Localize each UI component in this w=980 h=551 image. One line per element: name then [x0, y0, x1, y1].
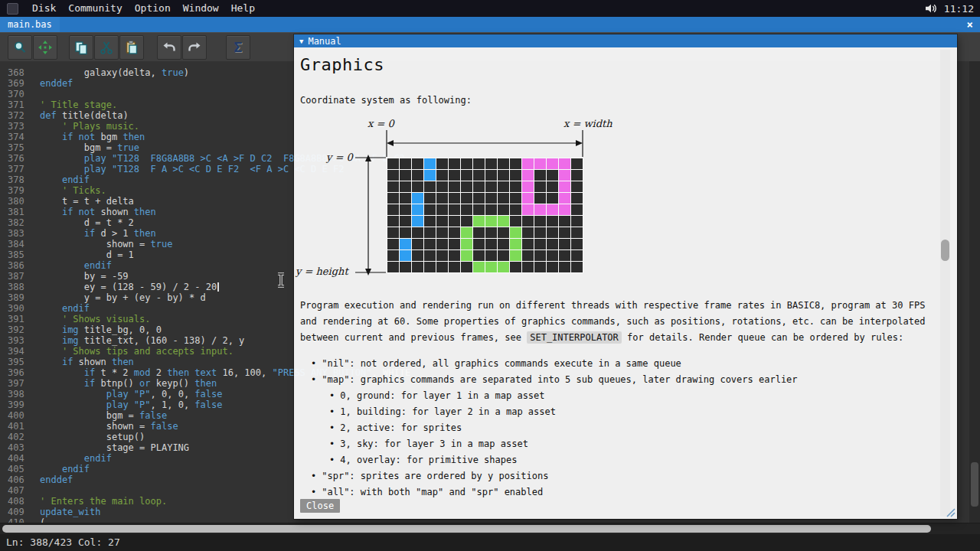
manual-intro: Coordinate system as following: [300, 95, 472, 106]
grid-cell [412, 193, 423, 204]
grid-cell [473, 250, 485, 261]
scissors-icon [99, 40, 114, 55]
grid-cell [547, 204, 558, 215]
grid-cell [571, 181, 583, 192]
grid-cell [473, 204, 485, 215]
vertical-scroll-thumb[interactable] [971, 462, 978, 507]
grid-cell [436, 262, 448, 272]
grid-cell [424, 262, 436, 272]
menu-item-help[interactable]: Help [225, 0, 261, 17]
grid-cell [510, 239, 521, 249]
grid-cell [534, 227, 546, 238]
grid-cell [400, 239, 411, 249]
menu-item-disk[interactable]: Disk [26, 0, 62, 17]
collapse-icon[interactable]: ▼ [299, 37, 303, 45]
grid-cell [534, 193, 546, 204]
horizontal-scroll-thumb[interactable] [2, 525, 931, 533]
toolbar-group-clipboard [69, 35, 145, 60]
line-number: 389 [0, 292, 28, 303]
manual-window: ▼ Manual Graphics Coordinate system as f… [294, 34, 957, 519]
grid-cell [424, 250, 436, 261]
grid-cell [571, 170, 583, 181]
undo-button[interactable] [157, 35, 181, 60]
paste-button[interactable] [119, 35, 144, 60]
grid-cell [400, 227, 411, 238]
undo-arrow-icon [162, 40, 177, 55]
grid-cell [485, 227, 497, 238]
grid-cell [436, 216, 448, 227]
grid-cell [387, 204, 399, 215]
text-caret [217, 282, 219, 292]
resize-grip-icon[interactable] [946, 507, 956, 517]
close-icon[interactable]: × [964, 17, 976, 32]
grid-cell [485, 204, 497, 215]
grid-cell [559, 158, 570, 169]
manual-titlebar[interactable]: ▼ Manual [294, 34, 957, 47]
grid-cell [461, 227, 472, 238]
grid-cell [522, 262, 534, 272]
line-number: 371 [0, 99, 28, 110]
grid-cell [534, 181, 546, 192]
magnifier-icon [12, 40, 28, 55]
grid-cell [498, 170, 509, 181]
label-x0: x = 0 [368, 118, 394, 129]
line-number: 408 [0, 496, 28, 507]
line-number: 399 [0, 399, 28, 410]
grid-cell [485, 216, 497, 227]
grid-cell [559, 181, 570, 192]
grid-cell [547, 193, 558, 204]
redo-button[interactable] [182, 35, 207, 60]
grid-cell [522, 227, 534, 238]
copy-button[interactable] [69, 35, 93, 60]
grid-cell [424, 216, 436, 227]
grid-cell [571, 216, 583, 227]
line-number: 379 [0, 185, 28, 196]
menu-item-window[interactable]: Window [177, 0, 225, 17]
grid-cell [559, 204, 570, 215]
editor-horizontal-scrollbar[interactable] [0, 523, 980, 534]
status-bar: Ln: 388/423 Col: 27 [0, 534, 980, 551]
grid-cell [498, 193, 509, 204]
move-button[interactable] [33, 35, 57, 60]
manual-bullet: •1, building: for layer 2 in a map asset [300, 403, 798, 419]
grid-cell [461, 239, 472, 249]
grid-cell [449, 158, 460, 169]
grid-cell [387, 158, 399, 169]
find-button[interactable] [8, 35, 32, 60]
grid-cell [510, 262, 521, 272]
line-number: 406 [0, 474, 28, 485]
grid-cell [547, 227, 558, 238]
grid-cell [498, 262, 509, 272]
line-number: 388 [0, 282, 28, 292]
menu-item-option[interactable]: Option [129, 0, 177, 17]
manual-scrollbar[interactable] [940, 50, 950, 517]
menu-item-community[interactable]: Community [62, 0, 128, 17]
grid-cell [534, 204, 546, 215]
line-number: 369 [0, 78, 28, 89]
sum-button[interactable]: Σ [226, 35, 250, 60]
toolbar-group-misc: Σ [226, 35, 251, 60]
grid-cell [473, 193, 485, 204]
sigma-icon: Σ [234, 39, 243, 55]
manual-heading: Graphics [300, 55, 384, 74]
volume-icon[interactable] [924, 3, 938, 14]
line-number: 409 [0, 507, 28, 517]
grid-cell [424, 181, 436, 192]
close-button[interactable]: Close [300, 499, 340, 513]
grid-cell [461, 181, 472, 192]
tab-main-bas[interactable]: main.bas [0, 17, 60, 32]
grid-cell [436, 204, 448, 215]
grid-cell [522, 250, 534, 261]
manual-scroll-thumb[interactable] [941, 240, 949, 261]
editor-vertical-scrollbar[interactable] [969, 61, 980, 523]
line-number: 392 [0, 324, 28, 335]
line-number: 387 [0, 271, 28, 282]
cut-button[interactable] [94, 35, 119, 60]
grid-cell [436, 181, 448, 192]
grid-cell [449, 250, 460, 261]
grid-cell [571, 158, 583, 169]
line-number: 401 [0, 421, 28, 432]
grid-cell [485, 170, 497, 181]
grid-cell [449, 216, 460, 227]
grid-cell [424, 227, 436, 238]
